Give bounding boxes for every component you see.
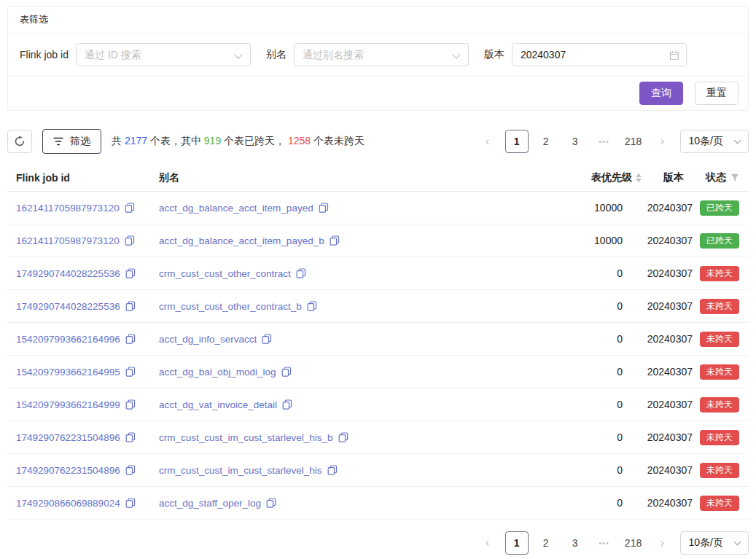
copy-icon[interactable] [330, 235, 340, 246]
copy-icon[interactable] [262, 334, 272, 344]
flink-job-id-cell: 1621411705987973120 [7, 203, 150, 214]
flink-job-id-link[interactable]: 1749290744028225536 [16, 301, 120, 312]
copy-icon[interactable] [125, 301, 136, 311]
refresh-icon [14, 136, 26, 147]
copy-icon[interactable] [282, 399, 292, 410]
table-row: 1542097993662164995 acct_dg_bal_obj_modi… [7, 356, 749, 388]
copy-icon[interactable] [125, 399, 136, 410]
alias-input[interactable] [295, 44, 468, 66]
status-badge: 未跨天 [700, 430, 739, 445]
version-input[interactable] [513, 44, 686, 66]
priority-cell: 0 [554, 431, 642, 443]
chevron-down-icon [734, 137, 741, 144]
flink-job-id-link[interactable]: 1749290866069889024 [16, 498, 120, 509]
flink-job-id-select[interactable] [76, 43, 251, 66]
alias-link[interactable]: acct_dg_staff_oper_log [159, 498, 261, 509]
alias-link[interactable]: acct_dg_balance_acct_item_payed_b [159, 235, 324, 246]
summary-uncrossed-count: 1258 [288, 135, 311, 146]
flink-job-id-field: Flink job id [20, 43, 251, 66]
copy-icon[interactable] [125, 465, 136, 475]
pagination-prev-button[interactable]: ‹ [476, 531, 499, 555]
chevron-left-icon: ‹ [486, 134, 490, 149]
copy-icon[interactable] [281, 367, 292, 377]
pagination-ellipsis[interactable]: ••• [593, 130, 616, 153]
results-table: Flink job id 别名 表优先级 版本 状态 1621411705987… [7, 164, 749, 520]
chevron-left-icon: ‹ [486, 536, 490, 550]
version-date-picker[interactable] [512, 43, 687, 66]
table-header-row: Flink job id 别名 表优先级 版本 状态 [7, 164, 749, 192]
flink-job-id-link[interactable]: 1542097993662164995 [16, 367, 120, 378]
pagination-page-3[interactable]: 3 [564, 130, 587, 153]
flink-job-id-link[interactable]: 1542097993662164999 [16, 399, 120, 410]
copy-icon[interactable] [327, 465, 338, 475]
alias-link[interactable]: crm_cust_cust_im_cust_starlevel_his [159, 465, 322, 476]
pagination-prev-button[interactable]: ‹ [476, 130, 499, 153]
flink-job-id-cell: 1749290744028225536 [7, 268, 150, 279]
refresh-button[interactable] [7, 130, 32, 153]
summary-crossed-count: 919 [204, 135, 221, 146]
alias-link[interactable]: acct_dg_balance_acct_item_payed [159, 203, 313, 214]
copy-icon[interactable] [125, 334, 136, 344]
table-row: 1621411705987973120 acct_dg_balance_acct… [7, 192, 749, 224]
reset-button[interactable]: 重置 [695, 82, 739, 105]
status-badge: 未跨天 [700, 266, 739, 281]
copy-icon[interactable] [125, 432, 136, 442]
table-row: 1749290744028225536 crm_cust_cust_other_… [7, 290, 749, 323]
alias-link[interactable]: acct_dg_bal_obj_modi_log [159, 367, 276, 378]
pagination-page-1[interactable]: 1 [505, 531, 529, 555]
summary-mid2: 个表已跨天， [221, 135, 288, 146]
pagination-page-last[interactable]: 218 [622, 531, 645, 555]
alias-link[interactable]: crm_cust_cust_other_contract [159, 268, 291, 279]
status-badge: 未跨天 [700, 496, 739, 511]
flink-job-id-link[interactable]: 1749290762231504896 [16, 465, 120, 476]
pagination-next-button[interactable]: › [651, 531, 674, 555]
pagination-ellipsis[interactable]: ••• [593, 531, 616, 555]
status-badge: 未跨天 [700, 332, 739, 347]
pagination-page-last[interactable]: 218 [622, 130, 645, 153]
query-button[interactable]: 查询 [639, 82, 683, 105]
alias-link[interactable]: acct_dg_vat_invoice_detail [159, 399, 277, 410]
column-filter-icon[interactable] [730, 173, 739, 182]
filter-toggle-button[interactable]: 筛选 [42, 129, 101, 154]
status-badge: 未跨天 [700, 299, 739, 314]
copy-icon[interactable] [125, 268, 136, 278]
flink-job-id-link[interactable]: 1749290762231504896 [16, 432, 120, 443]
copy-icon[interactable] [266, 498, 276, 508]
alias-link[interactable]: crm_cust_cust_other_contract_b [159, 301, 302, 312]
alias-link[interactable]: acct_dg_info_servacct [159, 334, 257, 345]
copy-icon[interactable] [125, 498, 136, 508]
table-row: 1749290762231504896 crm_cust_cust_im_cus… [7, 454, 749, 487]
copy-icon[interactable] [319, 203, 329, 213]
pagination-page-2[interactable]: 2 [534, 130, 558, 153]
table-row: 1621411705987973120 acct_dg_balance_acct… [7, 224, 749, 257]
pagination-page-1[interactable]: 1 [505, 130, 529, 153]
alias-cell: crm_cust_cust_other_contract [150, 268, 554, 279]
copy-icon[interactable] [338, 432, 348, 442]
copy-icon[interactable] [125, 367, 136, 377]
header-status: 状态 [693, 171, 749, 184]
version-cell: 20240307 [642, 235, 693, 246]
version-field: 版本 [484, 43, 687, 66]
filter-actions-row: 查询 重置 [8, 77, 748, 110]
flink-job-id-link[interactable]: 1542097993662164996 [16, 334, 120, 345]
status-cell: 已跨天 [693, 233, 749, 249]
alias-select[interactable] [294, 43, 469, 66]
priority-cell: 0 [554, 366, 642, 378]
flink-job-id-link[interactable]: 1749290744028225536 [16, 268, 120, 279]
pagination-page-2[interactable]: 2 [534, 531, 558, 555]
pagination-page-3[interactable]: 3 [564, 531, 587, 555]
priority-cell: 10000 [554, 235, 642, 246]
flink-job-id-input[interactable] [77, 44, 250, 66]
copy-icon[interactable] [125, 235, 135, 246]
header-priority-sortable[interactable]: 表优先级 [554, 171, 642, 184]
flink-job-id-link[interactable]: 1621411705987973120 [16, 203, 120, 214]
page-size-select[interactable]: 10条/页 [680, 531, 749, 555]
flink-job-id-link[interactable]: 1621411705987973120 [16, 235, 120, 246]
page-size-select[interactable]: 10条/页 [680, 130, 749, 153]
alias-link[interactable]: crm_cust_cust_im_cust_starlevel_his_b [159, 432, 333, 443]
pagination-next-button[interactable]: › [651, 130, 674, 153]
copy-icon[interactable] [307, 301, 317, 311]
flink-job-id-label: Flink job id [20, 49, 69, 60]
copy-icon[interactable] [125, 203, 135, 213]
copy-icon[interactable] [296, 268, 306, 278]
